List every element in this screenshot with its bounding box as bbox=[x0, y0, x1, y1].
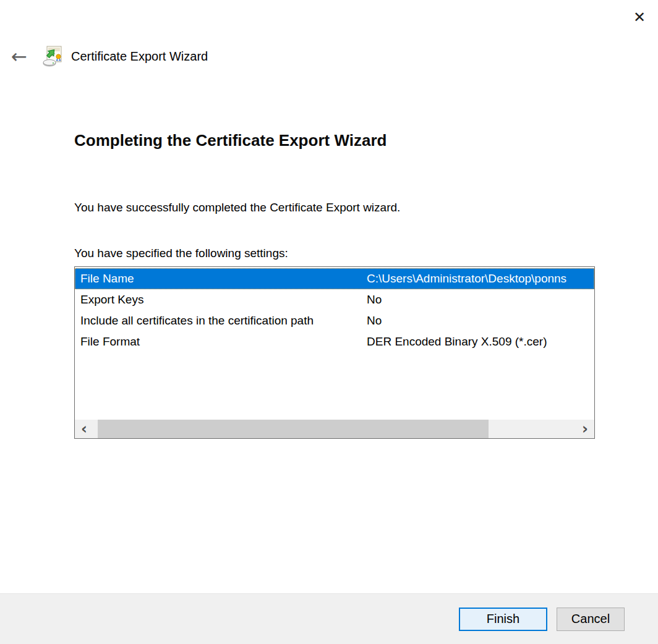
setting-value: No bbox=[367, 314, 594, 328]
back-arrow-icon[interactable]: ← bbox=[9, 46, 30, 67]
close-icon[interactable]: ✕ bbox=[628, 6, 651, 28]
scrollbar-track[interactable] bbox=[93, 420, 576, 438]
settings-list[interactable]: File NameC:\Users\Administrator\Desktop\… bbox=[74, 266, 595, 439]
setting-name: File Name bbox=[75, 272, 367, 286]
setting-name: Export Keys bbox=[75, 293, 367, 307]
footer-bar: Finish Cancel bbox=[0, 593, 658, 644]
scroll-left-icon[interactable]: ‹ bbox=[75, 420, 93, 438]
page-heading: Completing the Certificate Export Wizard bbox=[74, 131, 387, 150]
settings-row[interactable]: File NameC:\Users\Administrator\Desktop\… bbox=[75, 268, 594, 289]
settings-row[interactable]: Include all certificates in the certific… bbox=[75, 310, 594, 331]
scrollbar-thumb[interactable] bbox=[98, 420, 489, 438]
setting-name: Include all certificates in the certific… bbox=[75, 314, 367, 328]
wizard-header: ← Certificate Export Wizard bbox=[9, 44, 208, 68]
setting-value: DER Encoded Binary X.509 (*.cer) bbox=[367, 335, 594, 349]
scroll-right-icon[interactable]: › bbox=[576, 420, 594, 438]
success-message: You have successfully completed the Cert… bbox=[74, 201, 400, 214]
certificate-export-icon bbox=[41, 45, 64, 67]
settings-row[interactable]: Export KeysNo bbox=[75, 289, 594, 310]
setting-name: File Format bbox=[75, 335, 367, 349]
finish-button[interactable]: Finish bbox=[459, 608, 547, 631]
certificate-export-wizard-dialog: ✕ ← Certificate Export Wizard Completin bbox=[0, 0, 658, 644]
setting-value: No bbox=[367, 293, 594, 307]
setting-value: C:\Users\Administrator\Desktop\ponns bbox=[367, 272, 594, 286]
cancel-button[interactable]: Cancel bbox=[557, 608, 625, 631]
window-title: Certificate Export Wizard bbox=[71, 49, 208, 64]
settings-label: You have specified the following setting… bbox=[74, 247, 288, 260]
horizontal-scrollbar[interactable]: ‹ › bbox=[75, 420, 594, 438]
settings-row[interactable]: File FormatDER Encoded Binary X.509 (*.c… bbox=[75, 331, 594, 352]
